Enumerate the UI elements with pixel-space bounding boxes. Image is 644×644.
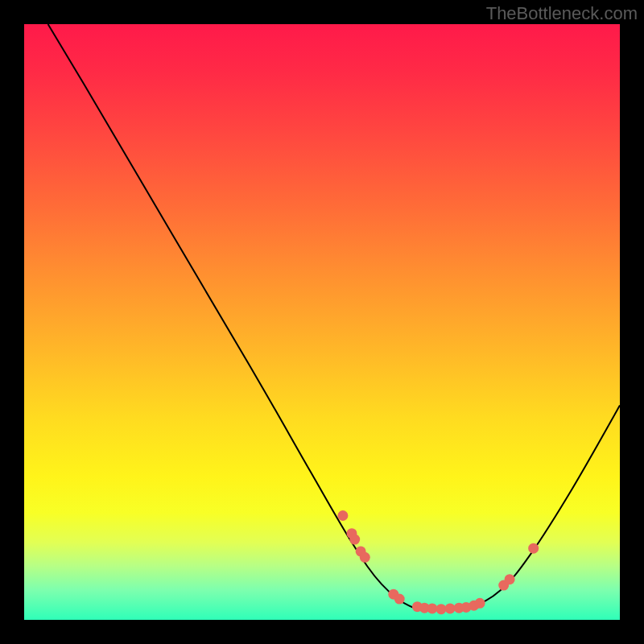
data-marker [528, 543, 539, 554]
bottleneck-curve [48, 24, 620, 609]
data-marker [436, 604, 447, 614]
data-marker [475, 598, 485, 609]
data-marker [349, 535, 360, 545]
data-markers [337, 510, 539, 614]
data-marker [505, 574, 515, 584]
data-marker [394, 594, 405, 605]
watermark-text: TheBottleneck.com [486, 3, 638, 24]
data-marker [360, 552, 370, 563]
data-marker [445, 603, 456, 613]
chart-svg [24, 24, 620, 620]
plot-area [24, 24, 620, 620]
data-marker [427, 603, 437, 613]
data-marker [337, 510, 348, 521]
